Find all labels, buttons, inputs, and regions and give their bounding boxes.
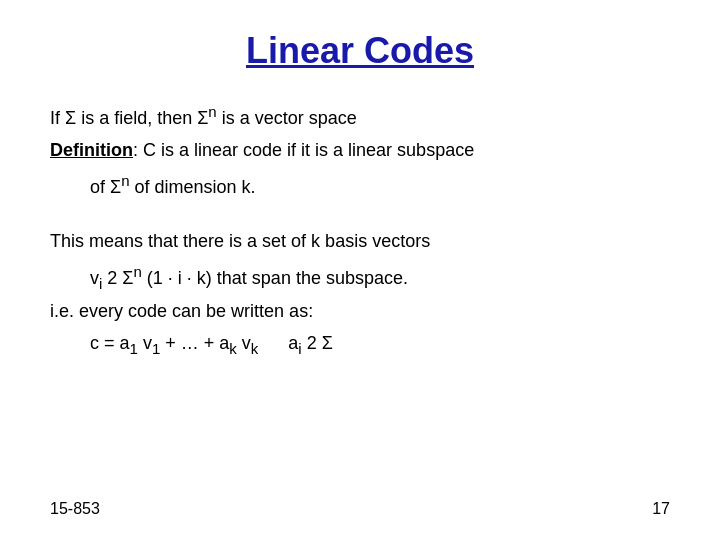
para2-line1-text: This means that there is a set of k basi… xyxy=(50,231,430,251)
line-1-text: If Σ is a field, then Σn is a vector spa… xyxy=(50,108,357,128)
para2-line4-text: c = a1 v1 + … + ak vk ai 2 Σ xyxy=(90,333,333,353)
slide-title: Linear Codes xyxy=(50,30,670,72)
para2-line2-text: vi 2 Σn (1 · i · k) that span the subspa… xyxy=(90,268,408,288)
line-1: If Σ is a field, then Σn is a vector spa… xyxy=(50,100,670,133)
para2-line2: vi 2 Σn (1 · i · k) that span the subspa… xyxy=(50,260,670,295)
slide-footer: 15-853 17 xyxy=(0,500,720,518)
line-2a: Definition: C is a linear code if it is … xyxy=(50,137,670,165)
slide-content: If Σ is a field, then Σn is a vector spa… xyxy=(50,100,670,360)
definition-label: Definition xyxy=(50,140,133,160)
line-2b: of Σn of dimension k. xyxy=(50,169,670,202)
line-2a-text: : C is a linear code if it is a linear s… xyxy=(133,140,474,160)
para2-line3: i.e. every code can be written as: xyxy=(50,298,670,326)
spacer-1 xyxy=(50,206,670,228)
footer-slide-number: 17 xyxy=(652,500,670,518)
para2-line1: This means that there is a set of k basi… xyxy=(50,228,670,256)
para2-line3-text: i.e. every code can be written as: xyxy=(50,301,313,321)
line-2b-text: of Σn of dimension k. xyxy=(90,177,256,197)
footer-course: 15-853 xyxy=(50,500,100,518)
slide-container: Linear Codes If Σ is a field, then Σn is… xyxy=(0,0,720,540)
para2-line4: c = a1 v1 + … + ak vk ai 2 Σ xyxy=(50,330,670,360)
